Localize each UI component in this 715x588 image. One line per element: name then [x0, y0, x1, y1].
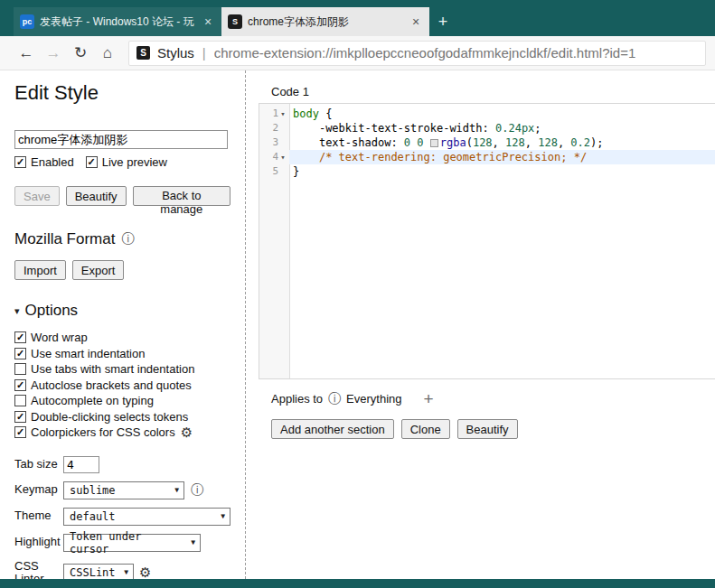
code-text[interactable]: /* text-rendering: geometricPrecision; *… [289, 150, 715, 164]
code-section-label: Code 1 [271, 85, 715, 98]
option-label: Autocomplete on typing [31, 394, 154, 407]
info-icon[interactable]: ⓘ [328, 391, 341, 407]
home-icon[interactable]: ⌂ [94, 44, 121, 62]
info-icon[interactable]: ⓘ [121, 231, 134, 247]
tab-stylus-editor[interactable]: S chrome字体添加阴影 × [221, 7, 429, 36]
beautify-section-button[interactable]: Beautify [457, 419, 518, 439]
clone-button[interactable]: Clone [401, 419, 450, 439]
live-preview-label: Live preview [102, 155, 167, 169]
highlight-row: Highlight Token under cursor ▼ [14, 534, 230, 552]
token-num: 0.24px [495, 122, 534, 135]
token-plain: ); [590, 136, 603, 149]
line-number: 4 [272, 150, 278, 164]
code-text[interactable]: text-shadow: 0 0 rgba(128, 128, 128, 0.2… [289, 135, 715, 150]
tab-size-input[interactable] [63, 456, 99, 473]
tab-close-icon[interactable]: × [201, 14, 215, 29]
code-text[interactable]: -webkit-text-stroke-width: 0.24px; [289, 121, 715, 135]
mozilla-format-title: Mozilla Format [14, 230, 115, 248]
line-number: 3 [272, 135, 278, 150]
live-preview-checkbox-row[interactable]: ✓ Live preview [86, 155, 167, 169]
back-to-manage-button[interactable]: Back to manage [133, 186, 230, 206]
line-gutter: 2 [259, 121, 289, 135]
refresh-icon[interactable]: ↻ [67, 43, 94, 62]
import-button[interactable]: Import [14, 260, 66, 280]
token-prop: text-shadow [319, 136, 390, 149]
add-another-section-button[interactable]: Add another section [271, 419, 394, 439]
collapse-arrow-icon: ▾ [14, 305, 20, 317]
tab-size-row: Tab size [14, 456, 230, 473]
token-plain: , [525, 136, 538, 149]
info-icon[interactable]: ⓘ [191, 482, 203, 499]
token-comment: /* text-rendering: geometricPrecision; *… [319, 151, 587, 163]
token-num: 128 [473, 136, 493, 149]
line-number: 5 [272, 164, 278, 179]
gear-icon[interactable]: ⚙ [181, 425, 193, 439]
style-name-input[interactable] [14, 130, 228, 149]
option-double-click-tokens[interactable]: ✓ Double-clicking selects tokens [14, 409, 219, 425]
export-button[interactable]: Export [72, 260, 125, 280]
code-editor[interactable]: 1▾body {2 -webkit-text-stroke-width: 0.2… [259, 103, 715, 379]
options-heading[interactable]: ▾ Options [14, 302, 230, 320]
address-bar[interactable]: S Stylus | chrome-extension://imkplloepc… [128, 41, 706, 66]
code-line[interactable]: 5} [259, 164, 715, 179]
options-list: ✓ Word wrap ✓ Use smart indentation Use … [14, 330, 230, 441]
code-line[interactable]: 3 text-shadow: 0 0 rgba(128, 128, 128, 0… [259, 135, 715, 150]
code-line[interactable]: 2 -webkit-text-stroke-width: 0.24px; [259, 121, 715, 135]
option-colorpickers[interactable]: ✓ Colorpickers for CSS colors ⚙ [14, 425, 219, 441]
page-title: Edit Style [14, 81, 230, 105]
back-icon[interactable]: ← [13, 44, 40, 62]
code-line[interactable]: 4▾ /* text-rendering: geometricPrecision… [259, 150, 715, 164]
dropdown-arrow-icon: ▼ [191, 538, 195, 546]
save-button[interactable]: Save [14, 186, 60, 206]
token-num: 128 [538, 136, 558, 149]
option-smart-indentation[interactable]: ✓ Use smart indentation [14, 346, 219, 362]
token-atom: rgba [440, 136, 466, 149]
checkbox[interactable]: ✓ [14, 348, 26, 359]
checkbox[interactable]: ✓ [14, 379, 26, 391]
option-word-wrap[interactable]: ✓ Word wrap [14, 330, 219, 346]
checkbox[interactable] [14, 395, 26, 406]
theme-select[interactable]: default ▼ [63, 508, 230, 526]
option-tabs-smart-indentation[interactable]: Use tabs with smart indentation [14, 361, 219, 378]
keymap-row: Keymap sublime ▼ ⓘ [14, 481, 230, 499]
tab-forum[interactable]: pc 发表帖子 - Windows10 论坛 - 玩 × [14, 7, 221, 36]
beautify-button[interactable]: Beautify [66, 186, 127, 206]
theme-label: Theme [14, 509, 63, 522]
code-line[interactable]: 1▾body { [259, 107, 715, 121]
token-plain: : [483, 122, 495, 135]
new-tab-button[interactable]: + [429, 7, 456, 36]
keymap-select[interactable]: sublime ▼ [63, 481, 184, 499]
applies-to-value: Everything [346, 392, 401, 406]
tab-close-icon[interactable]: × [409, 14, 423, 29]
forward-icon[interactable]: → [40, 44, 67, 62]
css-linter-row: CSS Linter CSSLint ▼ ⚙ [14, 560, 230, 580]
enabled-checkbox-row[interactable]: ✓ Enabled [14, 155, 74, 169]
gear-icon[interactable]: ⚙ [139, 565, 151, 579]
mozilla-actions: Import Export [14, 260, 230, 280]
code-text[interactable]: body { [289, 107, 715, 121]
css-linter-select[interactable]: CSSLint ▼ [63, 564, 134, 579]
fold-arrow-icon[interactable]: ▾ [278, 107, 287, 121]
theme-value: default [70, 510, 116, 523]
fold-arrow-icon[interactable]: ▾ [278, 150, 287, 164]
checkbox[interactable]: ✓ [14, 411, 26, 423]
navigation-bar: ← → ↻ ⌂ S Stylus | chrome-extension://im… [0, 36, 715, 70]
section-actions: Add another section Clone Beautify [271, 419, 715, 439]
checkbox[interactable] [14, 363, 26, 375]
checkbox[interactable]: ✓ [14, 426, 26, 438]
checkbox[interactable]: ✓ [14, 331, 26, 343]
option-autocomplete[interactable]: Autocomplete on typing [14, 393, 219, 409]
page-content: Edit Style ✓ Enabled ✓ Live preview Save… [0, 70, 715, 579]
tab-size-label: Tab size [14, 458, 63, 471]
option-label: Double-clicking selects tokens [31, 410, 188, 424]
highlight-select[interactable]: Token under cursor ▼ [63, 534, 201, 552]
add-applies-to-button[interactable]: + [424, 390, 434, 407]
live-preview-checkbox[interactable]: ✓ [86, 156, 98, 168]
keymap-value: sublime [70, 484, 116, 497]
option-autoclose-brackets[interactable]: ✓ Autoclose brackets and quotes [14, 378, 219, 394]
code-text[interactable]: } [289, 164, 715, 179]
token-plain: , [493, 136, 505, 149]
enabled-checkbox[interactable]: ✓ [14, 156, 26, 168]
highlight-value: Token under cursor [70, 530, 183, 555]
color-swatch-icon[interactable] [430, 139, 438, 147]
